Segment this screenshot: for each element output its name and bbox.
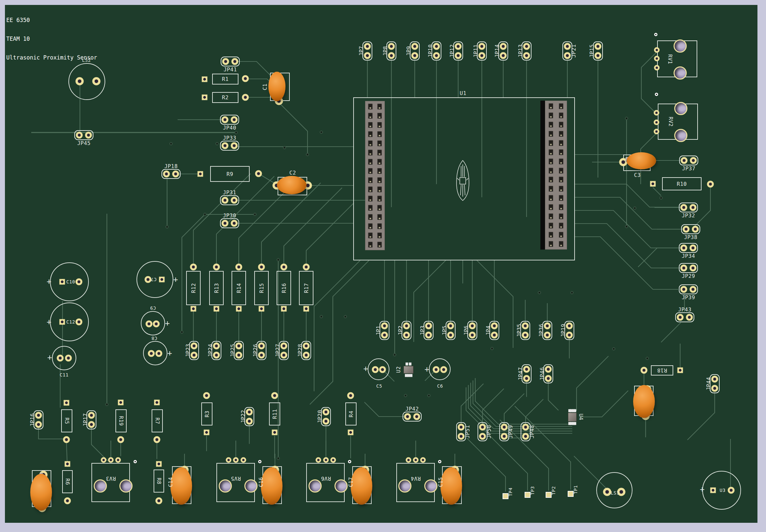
silkscreen-rocket-art [457, 160, 469, 201]
title-line-course: EE 6350 [6, 17, 97, 23]
title-line-project: Ultrasonic Proximity Sensor [6, 55, 97, 61]
title-line-team: TEAM 10 [6, 36, 97, 42]
pcb-viewer-canvas: JP7JP8JP9JP10JP12JP11JP14JP13JP21JP15JP4… [0, 0, 766, 532]
copper-traces [0, 0, 766, 532]
board-title-silkscreen: EE 6350 TEAM 10 Ultrasonic Proximity Sen… [6, 5, 97, 73]
